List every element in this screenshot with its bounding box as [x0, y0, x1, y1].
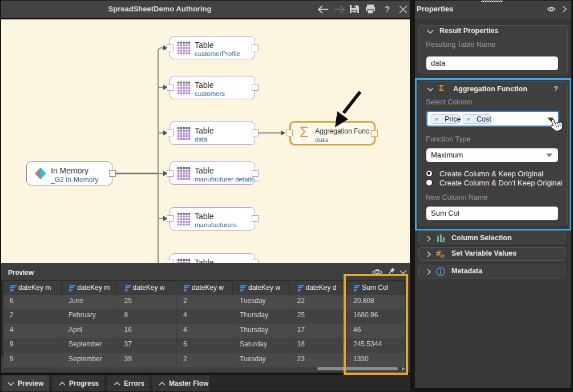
svg-text:?: ?	[385, 4, 390, 14]
